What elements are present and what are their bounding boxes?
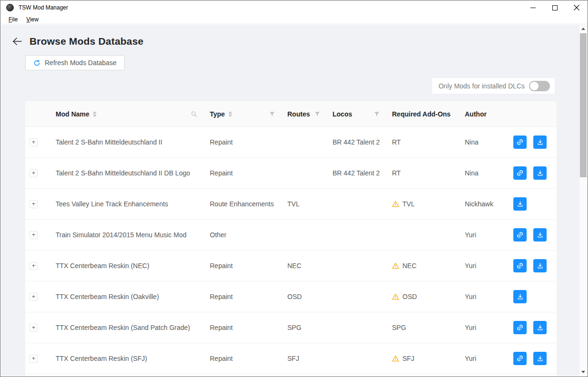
open-link-button[interactable] (513, 321, 527, 334)
cell-mod-name: TTX Centerbeam Reskin (SFJ) (56, 355, 210, 362)
download-mod-button[interactable] (533, 228, 547, 242)
column-label: Locos (333, 110, 352, 118)
expand-row-button[interactable]: + (29, 231, 38, 239)
expand-row-button[interactable]: + (29, 138, 38, 146)
toggle-label: Only Mods for installed DLCs (439, 82, 525, 90)
link-icon (515, 230, 526, 241)
column-header-expand (25, 101, 56, 126)
sort-icon[interactable] (228, 111, 232, 117)
cell-mod-name: TTX Centerbeam Reskin (NEC) (56, 262, 210, 270)
app-window: TSW Mod Manager File View B (0, 0, 588, 377)
download-mod-button[interactable] (513, 290, 527, 303)
cell-type: Repaint (210, 293, 287, 300)
installed-dlc-filter: Only Mods for installed DLCs (432, 78, 555, 94)
cell-author: Yuri (465, 293, 507, 300)
cell-type: Repaint (210, 169, 287, 177)
cell-actions (507, 251, 557, 281)
column-header-type[interactable]: Type (210, 101, 287, 126)
column-header-name[interactable]: Mod Name (56, 101, 210, 126)
cell-actions (507, 220, 557, 250)
filter-icon[interactable] (374, 111, 380, 117)
expand-row-button[interactable]: + (29, 324, 38, 332)
cell-mod-name: Tees Valley Line Track Enhancements (56, 200, 210, 208)
download-icon (537, 232, 544, 239)
column-label: Mod Name (56, 110, 89, 118)
cell-type: Repaint (210, 262, 287, 270)
cell-required-addons: TVL (392, 200, 465, 208)
cell-author: Yuri (465, 324, 507, 331)
cell-actions (507, 281, 557, 312)
cell-actions (507, 343, 557, 374)
mods-table: Mod NameTypeRoutesLocosRequired Add-OnsA… (25, 101, 557, 376)
expand-row-button[interactable]: + (29, 355, 38, 363)
close-button[interactable] (566, 0, 588, 15)
link-icon (515, 353, 526, 364)
maximize-button[interactable] (544, 0, 566, 15)
download-mod-button[interactable] (533, 321, 547, 334)
expand-row-button[interactable]: + (29, 293, 38, 301)
open-link-button[interactable] (513, 166, 527, 180)
warning-icon (392, 293, 399, 300)
table-body: +Talent 2 S-Bahn Mitteldeutschland IIRep… (25, 127, 557, 374)
filter-icon[interactable] (314, 111, 320, 117)
column-header-author[interactable]: Author (465, 101, 507, 126)
menu-file[interactable]: File (4, 16, 22, 23)
table-row: +Tees Valley Line Track EnhancementsRout… (25, 189, 557, 220)
cell-type: Route Enhancements (210, 200, 287, 208)
search-icon[interactable] (191, 111, 197, 117)
column-header-actions (507, 101, 557, 126)
download-icon (517, 201, 524, 208)
cell-actions (507, 127, 557, 157)
cell-type: Repaint (210, 138, 287, 146)
scrollbar-thumb[interactable] (580, 33, 587, 177)
column-header-locos[interactable]: Locos (333, 101, 392, 126)
sort-icon[interactable] (93, 111, 97, 117)
column-header-routes[interactable]: Routes (287, 101, 333, 126)
cell-author: Yuri (465, 262, 507, 270)
expand-row-button[interactable]: + (29, 262, 38, 270)
only-installed-dlcs-toggle[interactable] (529, 81, 550, 91)
open-link-button[interactable] (513, 228, 527, 242)
app-logo-icon (6, 4, 14, 11)
menu-view[interactable]: View (22, 16, 43, 23)
back-button[interactable] (12, 36, 22, 47)
page-header: Browse Mods Database (12, 34, 144, 48)
column-header-required[interactable]: Required Add-Ons (392, 101, 465, 126)
expand-row-button[interactable]: + (29, 169, 38, 177)
cell-routes: OSD (287, 293, 333, 300)
open-link-button[interactable] (513, 135, 527, 149)
filter-icon[interactable] (269, 111, 275, 117)
refresh-mods-button[interactable]: Refresh Mods Database (25, 55, 125, 70)
column-label: Routes (287, 110, 310, 118)
scroll-down-icon[interactable] (581, 371, 585, 373)
download-mod-button[interactable] (533, 166, 547, 180)
page-title: Browse Mods Database (29, 36, 144, 47)
minimize-button[interactable] (522, 0, 544, 15)
scroll-up-icon[interactable] (581, 28, 585, 30)
refresh-label: Refresh Mods Database (45, 59, 117, 67)
open-link-button[interactable] (513, 352, 527, 365)
link-icon (515, 137, 526, 148)
cell-required-addons: NEC (392, 262, 465, 270)
scrollbar[interactable] (579, 25, 587, 376)
download-mod-button[interactable] (533, 352, 547, 365)
cell-required-addons: SPG (392, 324, 465, 331)
toggle-knob (530, 82, 539, 90)
download-icon (537, 324, 544, 331)
maximize-icon (552, 5, 558, 10)
expand-row-button[interactable]: + (29, 200, 38, 208)
arrow-left-icon (12, 37, 22, 46)
download-mod-button[interactable] (533, 135, 547, 149)
cell-actions (507, 158, 557, 188)
cell-author: Nickhawk (465, 200, 507, 208)
cell-locos: BR 442 Talent 2 (333, 138, 392, 146)
download-mod-button[interactable] (533, 259, 547, 272)
table-row: +Talent 2 S-Bahn Mitteldeutschland II DB… (25, 158, 557, 189)
cell-required-addons: SFJ (392, 355, 465, 362)
title-bar: TSW Mod Manager (0, 0, 588, 15)
download-mod-button[interactable] (513, 197, 527, 211)
link-icon (515, 322, 526, 333)
cell-author: Yuri (465, 355, 507, 362)
menu-bar: File View (0, 15, 588, 24)
open-link-button[interactable] (513, 259, 527, 272)
